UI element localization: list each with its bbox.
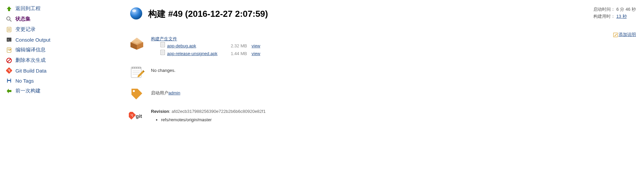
add-description-link[interactable]: 添加说明 xyxy=(619,32,636,37)
duration-link[interactable]: 13 秒 xyxy=(616,14,627,19)
svg-point-38 xyxy=(138,67,139,68)
sidebar-item-status[interactable]: 状态集 xyxy=(5,14,121,24)
git-logo-icon: git xyxy=(129,108,145,124)
svg-line-1 xyxy=(10,20,11,21)
changes-section: No changes. xyxy=(129,64,636,80)
sidebar-item-label: 编辑编译信息 xyxy=(15,47,46,53)
build-meta: 启动时间： 6 分 46 秒 构建用时： 13 秒 xyxy=(593,6,636,20)
svg-rect-20 xyxy=(8,79,10,80)
svg-point-36 xyxy=(134,67,135,68)
sidebar-item-git-build-data[interactable]: Git Build Data xyxy=(5,65,121,76)
notepad-icon xyxy=(129,64,145,80)
artifact-view-link[interactable]: view xyxy=(252,50,260,57)
package-icon xyxy=(129,35,145,51)
sidebar-item-no-tags[interactable]: No Tags xyxy=(5,76,121,86)
duration-label: 构建用时： xyxy=(593,14,616,19)
edit-icon xyxy=(613,33,618,37)
svg-point-0 xyxy=(7,17,10,20)
add-description[interactable]: 添加说明 xyxy=(613,32,636,38)
sidebar-item-console-output[interactable]: >_ Console Output xyxy=(5,35,121,45)
status-ball-icon xyxy=(129,6,144,22)
build-title-row: 构建 #49 (2016-12-27 2:07:59) xyxy=(129,6,636,22)
sidebar-item-edit-build-info[interactable]: 编辑编译信息 xyxy=(5,45,121,55)
search-icon xyxy=(5,16,13,22)
artifact-size: 1.44 MB xyxy=(231,50,252,57)
file-icon xyxy=(160,42,165,50)
svg-line-12 xyxy=(7,59,11,62)
sidebar-item-label: 变更记录 xyxy=(15,26,36,33)
document-list-icon xyxy=(5,27,13,33)
arrow-left-icon xyxy=(5,88,13,94)
svg-point-24 xyxy=(132,9,136,12)
revision-label: Revision xyxy=(151,109,169,114)
artifact-file-link[interactable]: app-release-unsigned.apk xyxy=(167,51,217,56)
sidebar: 返回到工程 状态集 变更记录 >_ Console Output 编辑编译信息 xyxy=(0,0,121,130)
save-icon xyxy=(5,78,13,84)
tag-icon xyxy=(129,86,145,102)
delete-icon xyxy=(5,57,13,63)
svg-text:git: git xyxy=(136,113,142,119)
sidebar-item-label: Console Output xyxy=(15,37,50,43)
sidebar-item-label: 前一次构建 xyxy=(15,88,41,94)
git-refs-list: refs/remotes/origin/master xyxy=(161,117,636,122)
artifact-size: 2.32 MB xyxy=(231,42,252,50)
git-icon xyxy=(5,68,13,74)
artifact-file-link[interactable]: app-debug.apk xyxy=(167,43,196,48)
svg-point-35 xyxy=(132,67,133,68)
changes-text: No changes. xyxy=(151,68,175,73)
svg-point-39 xyxy=(140,67,141,68)
sidebar-item-label: 返回到工程 xyxy=(15,5,41,12)
sidebar-item-changes[interactable]: 变更记录 xyxy=(5,24,121,35)
arrow-up-icon xyxy=(5,6,13,12)
git-section: git Revision: afd2ecb317988256390e722b2b… xyxy=(129,108,636,124)
file-icon xyxy=(160,50,165,57)
artifacts-section: 构建产生文件 app-debug.apk 2.32 MB view app-re… xyxy=(129,35,636,58)
sidebar-item-label: 删除本次生成 xyxy=(15,57,46,63)
svg-rect-21 xyxy=(8,81,10,83)
main-panel: 启动时间： 6 分 46 秒 构建用时： 13 秒 添加说明 xyxy=(121,0,644,130)
svg-rect-44 xyxy=(129,112,136,120)
cause-section: 启动用户admin xyxy=(129,86,636,102)
sidebar-item-label: 状态集 xyxy=(15,16,31,22)
sidebar-item-delete-build[interactable]: 删除本次生成 xyxy=(5,55,121,65)
sidebar-item-label: Git Build Data xyxy=(15,68,47,74)
sidebar-item-previous-build[interactable]: 前一次构建 xyxy=(5,86,121,96)
svg-point-37 xyxy=(136,67,137,68)
svg-text:>_: >_ xyxy=(7,38,11,41)
terminal-icon: >_ xyxy=(5,37,13,43)
git-ref-item: refs/remotes/origin/master xyxy=(161,117,636,122)
artifact-view-link[interactable]: view xyxy=(252,42,260,50)
cause-user-link[interactable]: admin xyxy=(168,90,180,95)
svg-point-43 xyxy=(133,90,135,92)
artifact-row: app-release-unsigned.apk 1.44 MB view xyxy=(160,50,636,57)
sidebar-item-label: No Tags xyxy=(15,78,34,84)
document-edit-icon xyxy=(5,47,13,53)
artifact-row: app-debug.apk 2.32 MB view xyxy=(160,42,636,50)
revision-value: afd2ecb317988256390e722b2b6b6c80920e82f1 xyxy=(171,109,266,114)
artifacts-title-link[interactable]: 构建产生文件 xyxy=(151,36,177,41)
sidebar-item-back-to-project[interactable]: 返回到工程 xyxy=(5,3,121,14)
start-time-label: 启动时间： xyxy=(593,7,615,12)
page-title: 构建 #49 (2016-12-27 2:07:59) xyxy=(148,8,268,20)
start-time-value: 6 分 46 秒 xyxy=(616,7,636,12)
cause-prefix: 启动用户 xyxy=(151,90,168,95)
svg-point-23 xyxy=(130,7,142,19)
